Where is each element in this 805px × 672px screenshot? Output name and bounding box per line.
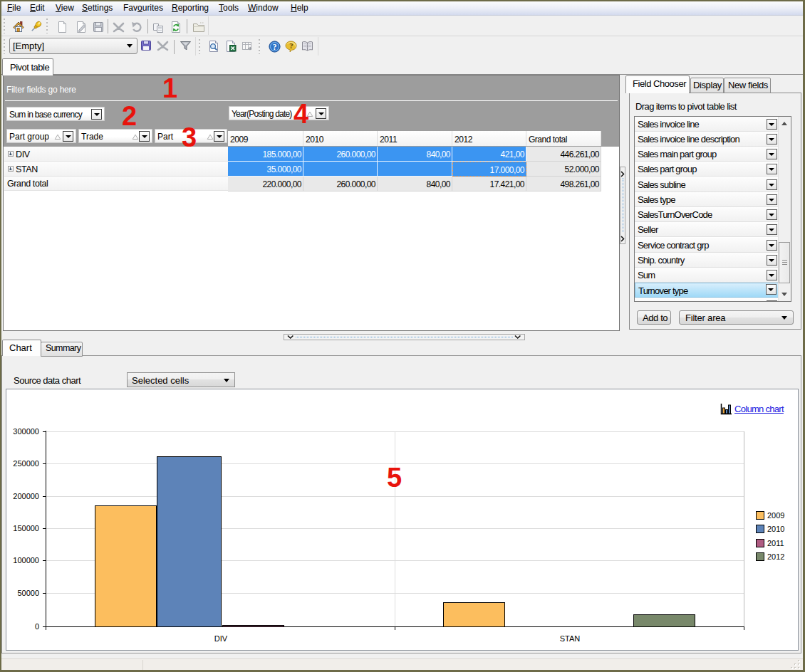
svg-text:?: ? [289,42,293,50]
svg-text:?: ? [273,43,277,51]
